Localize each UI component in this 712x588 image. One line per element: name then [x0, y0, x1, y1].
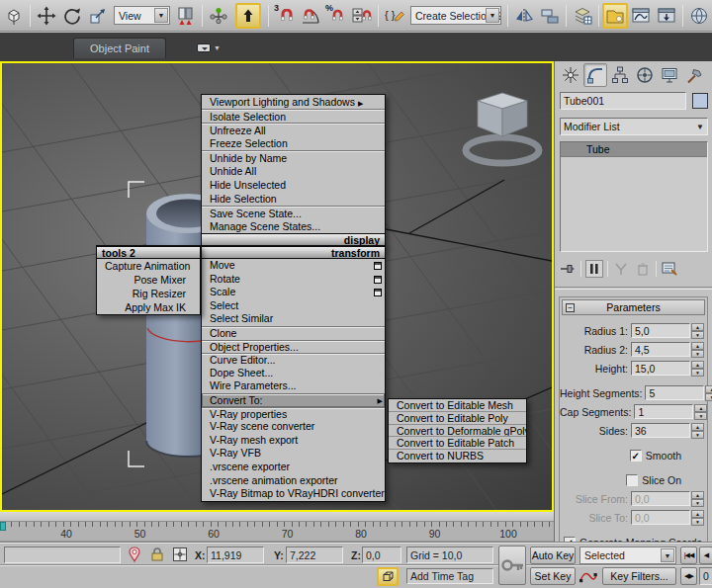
current-frame-field[interactable]: 0 [699, 567, 712, 585]
menu-item[interactable]: Pose Mixer [97, 273, 200, 287]
settings-box-icon[interactable] [374, 262, 382, 270]
z-coordinate-field[interactable]: 0,0 [362, 546, 401, 563]
snap-toggle-3d-icon[interactable]: 3 [272, 3, 298, 29]
tab-modify[interactable] [583, 63, 607, 87]
configure-modifier-sets-icon[interactable] [661, 260, 678, 278]
tab-display[interactable] [658, 63, 681, 87]
menu-item[interactable]: Save Scene State... [202, 206, 385, 219]
menu-item[interactable]: Freeze Selection [202, 136, 385, 150]
quad-header-tools2[interactable]: tools 2 [97, 246, 200, 259]
checkbox[interactable]: ✓ [630, 450, 642, 462]
tab-create[interactable] [559, 63, 582, 87]
spinner-down-icon[interactable]: ▼ [691, 331, 704, 339]
absolute-mode-transform-icon[interactable] [171, 546, 189, 563]
menu-item[interactable]: Rotate [202, 273, 385, 287]
menu-item[interactable]: Convert To:▶ [202, 393, 385, 407]
menu-item[interactable]: Select [202, 299, 385, 313]
spinner-up-icon[interactable]: ▲ [691, 423, 704, 431]
show-end-result-icon[interactable] [585, 260, 603, 278]
pin-stack-icon[interactable] [559, 260, 577, 278]
checkbox[interactable] [626, 474, 638, 486]
spinner-control[interactable]: ▲▼ [705, 385, 712, 401]
reference-coordinate-dropdown[interactable]: View ▼ [114, 6, 170, 25]
percent-snap-toggle-icon[interactable]: % [323, 3, 349, 29]
menu-item[interactable]: Manage Scene States... [202, 219, 385, 233]
settings-box-icon[interactable] [374, 289, 382, 296]
default-tangent-icon[interactable] [578, 567, 598, 585]
previous-frame-button[interactable]: ◀ [699, 546, 712, 564]
menu-item[interactable]: Capture Animation [97, 259, 200, 273]
spinner-down-icon[interactable]: ▼ [691, 350, 704, 358]
tab-motion[interactable] [633, 63, 657, 87]
time-slider-track[interactable] [0, 512, 554, 522]
modifier-list-dropdown[interactable]: Modifier List ▼ [560, 118, 708, 135]
menu-item[interactable]: Rig Resizer [97, 287, 200, 300]
spinner-control[interactable]: ▲▼ [691, 361, 704, 377]
menu-item[interactable]: Unhide by Name [202, 150, 385, 164]
go-to-start-button[interactable]: |◀◀ [680, 546, 697, 564]
parameter-value-field[interactable]: 5 [645, 385, 704, 400]
spinner-up-icon[interactable]: ▲ [691, 323, 704, 331]
quad-header-transform[interactable]: transform [202, 246, 385, 259]
modifier-stack-list[interactable]: Tube [560, 141, 708, 252]
key-mode-dropdown[interactable]: Selected ▼ [579, 546, 676, 564]
spinner-control[interactable]: ▲▼ [691, 342, 704, 358]
menu-item[interactable]: .vrscene exporter [202, 461, 385, 474]
spinner-snap-toggle-icon[interactable] [349, 3, 375, 29]
menu-item[interactable]: Convert to Editable Mesh [389, 399, 526, 412]
spinner-control[interactable]: ▲▼ [691, 423, 704, 439]
menu-item[interactable]: Object Properties... [202, 340, 385, 354]
snaps-cube-icon[interactable] [1, 3, 27, 29]
menu-item[interactable]: Clone [202, 326, 385, 340]
rollout-collapse-icon[interactable]: − [566, 303, 575, 312]
menu-item[interactable]: V-Ray properties [202, 407, 385, 421]
key-mode-toggle-button[interactable]: ◀▶ [680, 567, 697, 585]
key-filters-button[interactable]: Key Filters... [602, 567, 676, 585]
keyboard-shortcut-override-toggle[interactable] [235, 3, 261, 29]
viewcube[interactable] [466, 93, 539, 163]
menu-item[interactable]: V-Ray VFB [202, 447, 385, 461]
parameter-value-field[interactable]: 15,0 [631, 361, 690, 376]
parameter-value-field[interactable]: 4,5 [631, 342, 690, 357]
menu-item[interactable]: Move [202, 259, 385, 273]
menu-item[interactable]: Dope Sheet... [202, 367, 385, 380]
add-time-tag-field[interactable]: Add Time Tag [406, 568, 493, 584]
spinner-control[interactable]: ▲▼ [691, 323, 704, 339]
use-pivot-point-center-icon[interactable] [173, 3, 199, 29]
timeline-ruler[interactable]: 405060708090100 [0, 522, 554, 542]
menu-item[interactable]: Convert to Deformable gPoly [389, 425, 526, 438]
parameter-value-field[interactable]: 1 [634, 404, 693, 419]
menu-item[interactable]: V-Ray Bitmap to VRayHDRI converter [202, 487, 385, 501]
menu-item[interactable]: Curve Editor... [202, 353, 385, 367]
named-selection-set-combobox[interactable]: Create Selection Se ▼ [410, 6, 501, 25]
edit-named-selection-sets-icon[interactable]: { } [382, 3, 407, 29]
spinner-control[interactable]: ▲▼ [694, 404, 707, 420]
object-name-field[interactable]: Tube001 [560, 92, 686, 110]
mirror-icon[interactable] [511, 3, 537, 29]
menu-item[interactable]: Scale [202, 286, 385, 299]
menu-item[interactable]: V-Ray scene converter [202, 420, 385, 434]
spinner-up-icon[interactable]: ▲ [691, 342, 704, 350]
curve-editor-icon[interactable] [628, 3, 654, 29]
scene-explorer-toggle-icon[interactable] [602, 3, 628, 29]
spinner-down-icon[interactable]: ▼ [705, 393, 712, 401]
select-and-scale-icon[interactable] [85, 3, 111, 29]
dropdown-arrow-icon[interactable]: ▼ [696, 123, 704, 131]
menu-item[interactable]: Convert to Editable Patch [389, 437, 526, 450]
parameter-value-field[interactable]: 5,0 [631, 323, 690, 338]
dropdown-arrow-icon[interactable]: ▼ [486, 8, 499, 23]
object-color-swatch[interactable] [692, 93, 708, 109]
auto-key-button[interactable]: Auto Key [530, 546, 576, 564]
dropdown-arrow-icon[interactable]: ▼ [154, 8, 168, 23]
menu-item[interactable]: Wire Parameters... [202, 379, 385, 393]
tab-object-paint[interactable]: Object Paint [73, 38, 166, 58]
tab-utilities[interactable] [682, 63, 706, 87]
spinner-down-icon[interactable]: ▼ [691, 369, 704, 377]
layer-manager-icon[interactable] [570, 3, 595, 29]
parameters-rollout-header[interactable]: − Parameters [562, 299, 705, 315]
menu-item[interactable]: Apply Max IK [97, 300, 200, 314]
menu-item[interactable]: Select Similar [202, 312, 385, 326]
render-setup-icon[interactable] [686, 3, 712, 29]
x-coordinate-field[interactable]: 11,919 [207, 546, 264, 563]
parameter-value-field[interactable]: 36 [631, 423, 690, 438]
